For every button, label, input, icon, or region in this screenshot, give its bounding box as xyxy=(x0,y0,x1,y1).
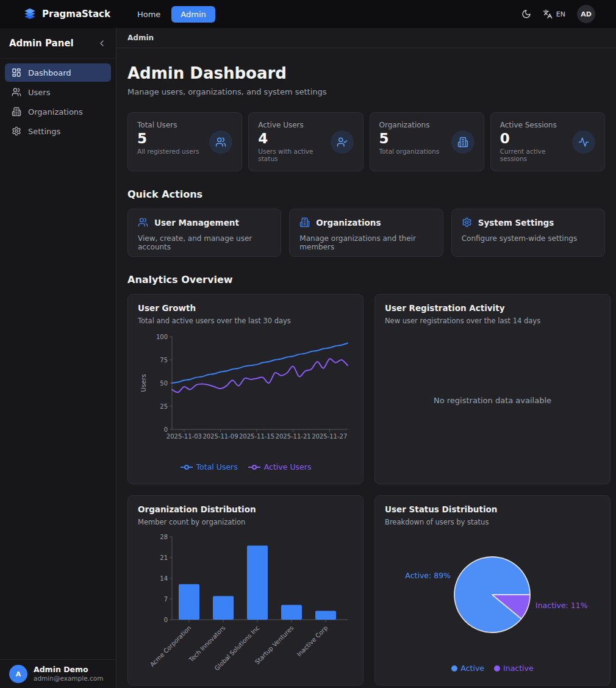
legend-item-active-users[interactable]: Active Users xyxy=(248,462,312,471)
quick-actions-row: User ManagementView, create, and manage … xyxy=(127,209,605,257)
sidebar-item-label: Settings xyxy=(28,127,60,136)
page-title: Admin Dashboard xyxy=(127,64,605,82)
svg-text:0: 0 xyxy=(164,617,168,623)
building-icon xyxy=(299,217,310,228)
activity-icon xyxy=(578,137,589,148)
chevron-left-icon xyxy=(97,38,107,48)
svg-text:2025-11-21: 2025-11-21 xyxy=(276,433,311,440)
stat-label: Active Users xyxy=(258,121,330,129)
chart-subtitle: Member count by organization xyxy=(138,518,353,526)
empty-message: No registration data available xyxy=(434,396,551,405)
legend-label: Active Users xyxy=(264,462,312,471)
user-status-pie-chart: Active: 89%Inactive: 11% xyxy=(385,526,600,662)
stat-value: 5 xyxy=(379,131,440,146)
sidebar-header: Admin Panel xyxy=(0,28,116,59)
analytics-heading: Analytics Overview xyxy=(127,274,605,285)
svg-text:28: 28 xyxy=(160,534,168,540)
building-icon xyxy=(457,137,468,148)
quick-action-header: Organizations xyxy=(299,217,432,228)
org-distribution-chart: 07142128Acme CorporationTech InnovatorsG… xyxy=(138,526,353,676)
bar-chart-svg: 07142128Acme CorporationTech InnovatorsG… xyxy=(138,531,353,672)
stat-card-text: Active Sessions0Current active sessions xyxy=(500,121,572,163)
user-avatar[interactable]: AD xyxy=(577,5,595,23)
chart-subtitle: Total and active users over the last 30 … xyxy=(138,317,353,325)
sidebar-user-panel[interactable]: A Admin Demo admin@example.com xyxy=(0,659,116,688)
top-navbar: PragmaStack Home Admin EN AD xyxy=(0,0,616,28)
chart-subtitle: Breakdown of users by status xyxy=(385,518,600,526)
quick-action-user-management[interactable]: User ManagementView, create, and manage … xyxy=(127,209,281,257)
sidebar-title: Admin Panel xyxy=(9,38,74,49)
stat-description: Total organizations xyxy=(379,148,440,155)
app-shell: Admin Panel DashboardUsersOrganizationsS… xyxy=(0,28,616,688)
svg-text:Users: Users xyxy=(140,374,147,392)
svg-text:21: 21 xyxy=(160,554,168,561)
language-button[interactable]: EN xyxy=(543,9,565,19)
legend-label: Inactive xyxy=(503,664,534,673)
sidebar-collapse-button[interactable] xyxy=(97,38,107,48)
main-area: Admin Admin Dashboard Manage users, orga… xyxy=(116,28,616,688)
stat-card-active-sessions: Active Sessions0Current active sessions xyxy=(490,112,605,171)
quick-action-header: System Settings xyxy=(462,217,595,228)
svg-text:Inactive Corp: Inactive Corp xyxy=(296,625,329,658)
stat-description: Current active sessions xyxy=(500,148,572,162)
registration-empty-state: No registration data available xyxy=(385,325,600,475)
pie-chart-svg: Active: 89%Inactive: 11% xyxy=(385,532,600,658)
stat-card-text: Active Users4Users with active status xyxy=(258,121,330,163)
stat-icon-badge xyxy=(209,131,232,154)
page-subtitle: Manage users, organizations, and system … xyxy=(127,87,605,96)
breadcrumb-bar: Admin xyxy=(116,28,616,48)
stat-icon-badge xyxy=(331,131,354,154)
svg-text:Acme Corporation: Acme Corporation xyxy=(149,625,193,668)
brand[interactable]: PragmaStack xyxy=(23,7,110,21)
sidebar-item-dashboard[interactable]: Dashboard xyxy=(5,63,111,82)
user-growth-legend: Total UsersActive Users xyxy=(138,461,353,475)
quick-action-title: Organizations xyxy=(316,218,381,228)
page-content: Admin Dashboard Manage users, organizati… xyxy=(116,48,616,686)
sidebar-item-settings[interactable]: Settings xyxy=(5,122,111,140)
legend-dot-icon xyxy=(451,665,457,672)
org-distribution-card: Organization Distribution Member count b… xyxy=(127,495,364,686)
quick-action-organizations[interactable]: OrganizationsManage organizations and th… xyxy=(289,209,443,257)
legend-label: Active xyxy=(460,664,484,673)
legend-item-active[interactable]: Active xyxy=(451,664,484,673)
sidebar-user-name: Admin Demo xyxy=(34,665,103,675)
brand-name: PragmaStack xyxy=(42,9,110,20)
svg-text:2025-11-03: 2025-11-03 xyxy=(167,433,202,440)
stat-description: Users with active status xyxy=(258,148,330,162)
svg-text:Active: 89%: Active: 89% xyxy=(405,571,451,580)
languages-icon xyxy=(543,9,553,19)
legend-item-total-users[interactable]: Total Users xyxy=(180,462,238,471)
quick-action-description: Configure system-wide settings xyxy=(462,234,595,243)
svg-text:0: 0 xyxy=(164,426,168,432)
quick-action-description: View, create, and manage user accounts xyxy=(138,234,271,251)
sidebar-user-avatar: A xyxy=(9,665,27,683)
nav-link-admin[interactable]: Admin xyxy=(171,6,215,23)
legend-line-icon xyxy=(180,464,193,470)
chart-title: Organization Distribution xyxy=(138,504,353,514)
breadcrumb[interactable]: Admin xyxy=(127,34,154,42)
theme-toggle-button[interactable] xyxy=(521,9,531,19)
users-icon xyxy=(12,87,21,97)
stat-card-organizations: Organizations5Total organizations xyxy=(370,112,484,171)
svg-text:2025-11-15: 2025-11-15 xyxy=(239,433,274,440)
svg-text:Tech Innovators: Tech Innovators xyxy=(187,625,226,664)
sidebar-item-users[interactable]: Users xyxy=(5,83,111,101)
stat-label: Organizations xyxy=(379,121,440,129)
chart-subtitle: New user registrations over the last 14 … xyxy=(385,317,600,325)
nav-link-home[interactable]: Home xyxy=(131,6,167,23)
quick-action-system-settings[interactable]: System SettingsConfigure system-wide set… xyxy=(451,209,605,257)
stat-description: All registered users xyxy=(137,148,199,155)
legend-item-inactive[interactable]: Inactive xyxy=(494,664,534,673)
sidebar-item-organizations[interactable]: Organizations xyxy=(5,102,111,121)
stat-value: 0 xyxy=(500,131,572,146)
svg-text:75: 75 xyxy=(160,356,168,363)
stat-card-text: Organizations5Total organizations xyxy=(379,121,440,163)
user-growth-card: User Growth Total and active users over … xyxy=(127,294,364,484)
stat-card-active-users: Active Users4Users with active status xyxy=(248,112,363,171)
moon-icon xyxy=(521,9,531,19)
svg-text:25: 25 xyxy=(160,403,168,409)
users-icon xyxy=(138,217,148,228)
chart-title: User Registration Activity xyxy=(385,303,600,313)
quick-action-title: System Settings xyxy=(478,218,554,228)
stat-value: 4 xyxy=(258,131,330,146)
